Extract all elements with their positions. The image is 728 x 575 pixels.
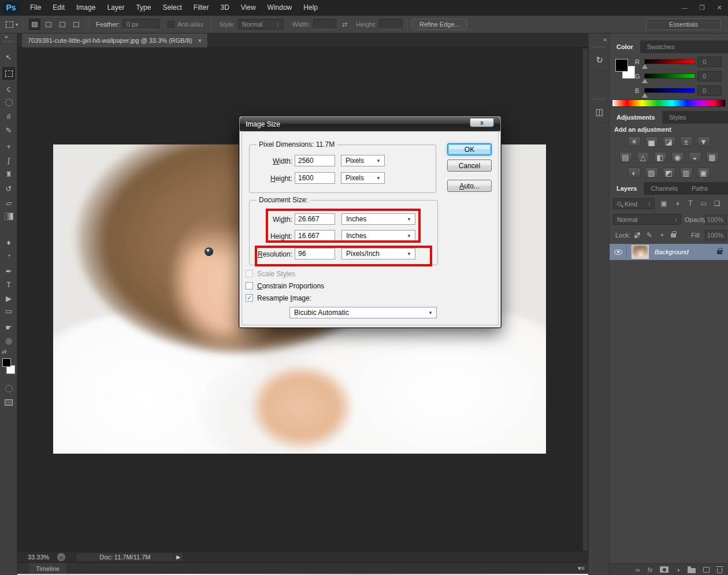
constrain-proportions-checkbox[interactable] bbox=[246, 282, 253, 290]
gradient-tool[interactable] bbox=[2, 210, 15, 222]
green-slider-thumb[interactable] bbox=[642, 79, 648, 83]
menu-3d[interactable]: 3D bbox=[214, 0, 235, 16]
photo-filter-icon[interactable]: ◉ bbox=[671, 152, 684, 162]
dodge-tool[interactable]: ◔ bbox=[2, 249, 15, 262]
background-lock-icon[interactable] bbox=[717, 250, 722, 254]
menu-type[interactable]: Type bbox=[130, 0, 157, 16]
style-select[interactable]: Normal ↕ bbox=[238, 19, 283, 29]
layer-filter-kind-select[interactable]: Kind ↕ bbox=[613, 198, 655, 209]
clone-stamp-tool[interactable]: ♜ bbox=[2, 168, 15, 180]
eyedropper-tool[interactable]: ✎ bbox=[2, 124, 15, 136]
panel-foreground-swatch[interactable] bbox=[615, 59, 628, 72]
menu-image[interactable]: Image bbox=[70, 0, 101, 16]
tab-paths[interactable]: Paths bbox=[685, 182, 715, 195]
lock-transparent-icon[interactable] bbox=[634, 232, 641, 239]
delete-layer-icon[interactable] bbox=[717, 568, 722, 573]
eraser-tool[interactable]: ▱ bbox=[2, 196, 15, 209]
black-white-icon[interactable]: ◧ bbox=[654, 152, 667, 162]
red-slider[interactable] bbox=[644, 59, 695, 64]
opacity-input[interactable]: 100% bbox=[705, 214, 727, 225]
history-panel-button[interactable]: ↻ bbox=[590, 49, 608, 71]
pixel-width-input[interactable]: 2560 bbox=[295, 155, 335, 166]
scale-styles-checkbox[interactable] bbox=[246, 270, 253, 277]
auto-button[interactable]: Auto... bbox=[447, 180, 492, 192]
posterize-icon[interactable]: ▨ bbox=[645, 168, 658, 178]
swap-dimensions-icon[interactable]: ⇄ bbox=[342, 21, 347, 28]
blue-value-input[interactable]: 0 bbox=[697, 86, 722, 96]
history-brush-tool[interactable]: ↺ bbox=[2, 182, 15, 195]
tab-adjustments[interactable]: Adjustments bbox=[610, 111, 662, 124]
zoom-level[interactable]: 33.33% bbox=[28, 554, 49, 561]
dialog-close-button[interactable]: x bbox=[470, 118, 494, 127]
filter-smart-object-icon[interactable]: ❏ bbox=[711, 198, 723, 209]
document-tab[interactable]: 7039381-cute-little-girl-hd-wallpaper.jp… bbox=[22, 34, 208, 47]
red-value-input[interactable]: 0 bbox=[697, 57, 722, 67]
threshold-icon[interactable]: ◩ bbox=[663, 168, 675, 178]
color-balance-icon[interactable]: △ bbox=[637, 152, 649, 162]
zoom-tool[interactable]: ◎ bbox=[2, 334, 15, 347]
new-selection-button[interactable] bbox=[29, 18, 40, 30]
menu-help[interactable]: Help bbox=[298, 0, 324, 16]
brightness-contrast-icon[interactable]: ☀ bbox=[628, 136, 641, 147]
layer-style-fx-icon[interactable]: fx bbox=[648, 566, 653, 573]
invert-icon[interactable]: ◐ bbox=[628, 168, 641, 178]
resample-method-select[interactable]: Bicubic Automatic ▼ bbox=[289, 307, 437, 318]
quick-mask-button[interactable] bbox=[2, 382, 15, 395]
rectangular-marquee-tool[interactable] bbox=[2, 67, 15, 80]
pixel-height-input[interactable]: 1600 bbox=[295, 172, 335, 184]
document-size-readout[interactable]: Doc: 11.7M/11.7M bbox=[76, 552, 174, 562]
vibrance-icon[interactable]: ▼ bbox=[697, 136, 710, 147]
lock-all-icon[interactable] bbox=[671, 233, 676, 238]
menu-view[interactable]: View bbox=[235, 0, 262, 16]
move-tool[interactable]: ↖ bbox=[2, 51, 15, 64]
blur-tool[interactable]: ♦ bbox=[2, 236, 15, 248]
menu-edit[interactable]: Edit bbox=[47, 0, 70, 16]
ok-button[interactable]: OK bbox=[447, 143, 492, 155]
fill-input[interactable]: 100% bbox=[705, 230, 727, 240]
properties-panel-button[interactable]: ◫ bbox=[590, 101, 608, 123]
subtract-selection-button[interactable] bbox=[57, 18, 68, 30]
tab-styles[interactable]: Styles bbox=[662, 111, 693, 124]
pen-tool[interactable]: ✒ bbox=[2, 265, 15, 277]
workspace-switcher[interactable]: Essentials bbox=[646, 18, 721, 30]
green-value-input[interactable]: 0 bbox=[697, 71, 722, 81]
dialog-title-bar[interactable]: Image Size bbox=[240, 117, 500, 131]
spot-healing-brush-tool[interactable]: + bbox=[2, 140, 15, 153]
menu-file[interactable]: File bbox=[24, 0, 47, 16]
width-input[interactable] bbox=[313, 19, 336, 29]
height-input[interactable] bbox=[379, 19, 402, 29]
tab-layers[interactable]: Layers bbox=[610, 182, 644, 195]
refine-edge-button[interactable]: Refine Edge... bbox=[412, 18, 467, 30]
channel-mixer-icon[interactable]: ◒ bbox=[689, 152, 701, 162]
tab-channels[interactable]: Channels bbox=[644, 182, 684, 195]
filter-type-icon[interactable]: T bbox=[685, 198, 696, 209]
layer-visibility-toggle[interactable] bbox=[610, 244, 627, 260]
hue-saturation-icon[interactable]: ▤ bbox=[619, 152, 632, 162]
status-menu-arrow-icon[interactable]: ▶ bbox=[174, 552, 183, 562]
filter-shape-icon[interactable]: ▭ bbox=[698, 198, 710, 209]
curves-icon[interactable]: ◪ bbox=[663, 136, 675, 147]
dock-collapse-icon[interactable]: « bbox=[603, 36, 607, 43]
red-slider-thumb[interactable] bbox=[642, 64, 648, 69]
tab-swatches[interactable]: Swatches bbox=[640, 40, 682, 53]
timeline-tab[interactable]: Timeline bbox=[29, 563, 66, 574]
tab-close-icon[interactable]: × bbox=[198, 37, 201, 44]
filter-adjustment-icon[interactable]: ◑ bbox=[671, 198, 683, 209]
type-tool[interactable]: T bbox=[2, 278, 15, 291]
add-selection-button[interactable] bbox=[43, 18, 54, 30]
menu-select[interactable]: Select bbox=[157, 0, 187, 16]
new-group-icon[interactable] bbox=[688, 568, 696, 573]
color-lookup-icon[interactable]: ▦ bbox=[706, 152, 719, 162]
screen-mode-button[interactable] bbox=[2, 396, 15, 409]
layer-thumbnail[interactable] bbox=[632, 245, 649, 259]
lasso-tool[interactable]: ς bbox=[2, 82, 15, 95]
new-adjustment-layer-icon[interactable]: ◑ bbox=[676, 566, 680, 573]
shape-tool[interactable]: ▭ bbox=[2, 305, 15, 317]
intersect-selection-button[interactable] bbox=[70, 18, 82, 30]
canvas-scrollbar[interactable] bbox=[582, 49, 588, 551]
crop-tool[interactable]: # bbox=[2, 110, 15, 123]
tool-preset-picker[interactable]: ▾ bbox=[6, 21, 18, 28]
timeline-menu-icon[interactable]: ▾≡ bbox=[578, 565, 585, 572]
brush-tool[interactable]: ʃ bbox=[2, 154, 15, 166]
restore-button[interactable]: ❐ bbox=[693, 3, 711, 13]
